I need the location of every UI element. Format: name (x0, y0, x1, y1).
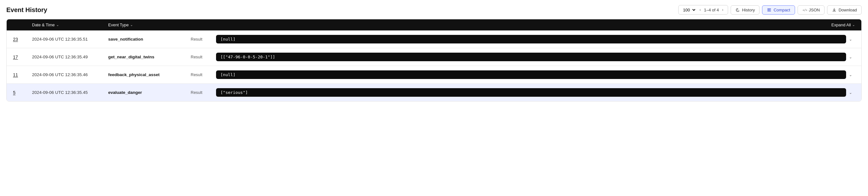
pagination-control[interactable]: 100 50 25 ‹ 1–4 of 4 › (678, 5, 728, 14)
json-button[interactable]: </> JSON (798, 5, 825, 14)
svg-rect-4 (768, 10, 770, 10)
history-icon (735, 8, 740, 12)
cell-result: [null] (216, 70, 846, 79)
svg-rect-2 (768, 11, 771, 11)
cell-datetime: 2024-09-06 UTC 12:36:35.46 (32, 72, 108, 77)
cell-label: Result (191, 72, 216, 77)
cell-result: ["serious"] (216, 88, 846, 97)
cell-id: 11 (13, 72, 32, 77)
download-button[interactable]: Download (827, 5, 862, 14)
page-wrapper: Event History 100 50 25 ‹ 1–4 of 4 › (0, 0, 868, 196)
eventtype-col-label: Event Type (108, 23, 129, 27)
cell-result: [["47-96-0-0-5-20-1"]] (216, 53, 846, 61)
pagination-info: 1–4 of 4 (704, 8, 719, 12)
result-badge: [null] (216, 70, 846, 79)
cell-result: [null] (216, 35, 846, 43)
compact-icon (767, 8, 772, 12)
table-row: 5 2024-09-06 UTC 12:36:35.45 evaluate_da… (7, 84, 861, 101)
col-header-datetime[interactable]: Date & Time ⌄ (32, 23, 108, 27)
download-icon (832, 8, 837, 12)
json-label: JSON (809, 8, 820, 12)
compact-button[interactable]: Compact (762, 5, 795, 14)
chevron-down-icon: ⌄ (849, 73, 852, 77)
prev-page-button[interactable]: ‹ (698, 7, 702, 13)
svg-rect-0 (768, 8, 771, 8)
per-page-select[interactable]: 100 50 25 (682, 7, 696, 13)
chevron-down-icon: ⌄ (849, 37, 852, 41)
datetime-sort-icon: ⌄ (56, 23, 59, 27)
chevron-down-icon: ⌄ (849, 90, 852, 95)
cell-id: 5 (13, 90, 32, 95)
row-expand-button[interactable]: ⌄ (846, 73, 855, 77)
cell-eventtype: feedback_physical_asset (108, 72, 191, 77)
history-button[interactable]: History (731, 5, 760, 14)
cell-id: 23 (13, 37, 32, 42)
header-row: Event History 100 50 25 ‹ 1–4 of 4 › (6, 5, 862, 14)
cell-id: 17 (13, 55, 32, 60)
cell-label: Result (191, 37, 216, 41)
expand-all-chevron-icon: ⌄ (852, 23, 855, 27)
download-label: Download (838, 8, 857, 12)
svg-text:</>: </> (802, 8, 807, 12)
json-icon: </> (802, 8, 807, 12)
cell-eventtype: evaluate_danger (108, 90, 191, 95)
table-row: 17 2024-09-06 UTC 12:36:35.49 get_near_d… (7, 48, 861, 66)
table-header: Date & Time ⌄ Event Type ⌄ Expand All ⌄ (7, 19, 861, 30)
cell-label: Result (191, 55, 216, 59)
cell-eventtype: get_near_digital_twins (108, 55, 191, 59)
datetime-col-label: Date & Time (32, 23, 55, 27)
compact-label: Compact (773, 8, 790, 12)
table-row: 23 2024-09-06 UTC 12:36:35.51 save_notif… (7, 30, 861, 48)
cell-label: Result (191, 90, 216, 95)
row-expand-button[interactable]: ⌄ (846, 90, 855, 95)
table-body: 23 2024-09-06 UTC 12:36:35.51 save_notif… (7, 30, 861, 101)
event-id-link[interactable]: 5 (13, 90, 16, 95)
next-page-button[interactable]: › (721, 7, 724, 13)
cell-datetime: 2024-09-06 UTC 12:36:35.45 (32, 90, 108, 95)
table-row: 11 2024-09-06 UTC 12:36:35.46 feedback_p… (7, 66, 861, 84)
svg-rect-3 (768, 9, 770, 9)
result-badge: [["47-96-0-0-5-20-1"]] (216, 53, 846, 61)
col-header-eventtype[interactable]: Event Type ⌄ (108, 23, 191, 27)
cell-datetime: 2024-09-06 UTC 12:36:35.51 (32, 37, 108, 41)
event-table: Date & Time ⌄ Event Type ⌄ Expand All ⌄ … (6, 19, 862, 101)
cell-eventtype: save_notification (108, 37, 191, 41)
result-badge: ["serious"] (216, 88, 846, 97)
svg-rect-1 (768, 9, 771, 10)
row-expand-button[interactable]: ⌄ (846, 55, 855, 59)
chevron-down-icon: ⌄ (849, 55, 852, 59)
row-expand-button[interactable]: ⌄ (846, 37, 855, 41)
expand-all-button[interactable]: Expand All ⌄ (832, 23, 855, 27)
event-id-link[interactable]: 17 (13, 55, 18, 60)
history-label: History (742, 8, 755, 12)
header-controls: 100 50 25 ‹ 1–4 of 4 › History (678, 5, 862, 14)
cell-datetime: 2024-09-06 UTC 12:36:35.49 (32, 55, 108, 59)
event-id-link[interactable]: 23 (13, 37, 18, 42)
event-id-link[interactable]: 11 (13, 72, 18, 77)
result-badge: [null] (216, 35, 846, 43)
eventtype-sort-icon: ⌄ (130, 23, 133, 27)
expand-all-label: Expand All (832, 23, 851, 27)
page-title: Event History (6, 6, 47, 13)
